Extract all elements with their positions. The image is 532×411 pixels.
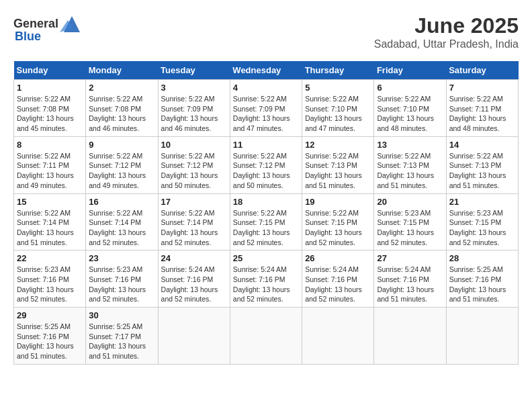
empty-cell <box>446 308 518 365</box>
day-number: 16 <box>89 197 154 207</box>
day-detail: Sunrise: 5:22 AMSunset: 7:11 PMDaylight:… <box>17 152 74 189</box>
empty-cell <box>158 308 230 365</box>
day-number: 14 <box>449 140 515 150</box>
day-number: 7 <box>449 83 515 93</box>
day-cell: 6 Sunrise: 5:22 AMSunset: 7:10 PMDayligh… <box>374 80 446 137</box>
calendar-subtitle: Sadabad, Uttar Pradesh, India <box>374 38 519 50</box>
calendar-row: 15 Sunrise: 5:22 AMSunset: 7:14 PMDaylig… <box>14 193 519 250</box>
day-cell: 22 Sunrise: 5:23 AMSunset: 7:16 PMDaylig… <box>14 250 86 308</box>
day-cell: 2 Sunrise: 5:22 AMSunset: 7:08 PMDayligh… <box>86 80 158 137</box>
day-detail: Sunrise: 5:23 AMSunset: 7:16 PMDaylight:… <box>17 265 74 303</box>
day-cell: 1 Sunrise: 5:22 AMSunset: 7:08 PMDayligh… <box>14 80 86 137</box>
calendar-table: Sunday Monday Tuesday Wednesday Thursday… <box>13 61 519 365</box>
day-cell: 23 Sunrise: 5:23 AMSunset: 7:16 PMDaylig… <box>86 250 158 308</box>
day-number: 20 <box>377 197 443 207</box>
day-detail: Sunrise: 5:25 AMSunset: 7:17 PMDaylight:… <box>89 322 146 360</box>
day-number: 15 <box>17 197 83 207</box>
day-cell: 11 Sunrise: 5:22 AMSunset: 7:12 PMDaylig… <box>230 136 302 193</box>
day-detail: Sunrise: 5:22 AMSunset: 7:15 PMDaylight:… <box>233 209 290 246</box>
day-detail: Sunrise: 5:23 AMSunset: 7:15 PMDaylight:… <box>449 209 506 246</box>
day-detail: Sunrise: 5:24 AMSunset: 7:16 PMDaylight:… <box>377 265 434 303</box>
day-detail: Sunrise: 5:25 AMSunset: 7:16 PMDaylight:… <box>17 322 74 360</box>
day-number: 24 <box>161 253 227 263</box>
day-cell: 25 Sunrise: 5:24 AMSunset: 7:16 PMDaylig… <box>230 250 302 308</box>
day-number: 8 <box>17 140 83 150</box>
day-detail: Sunrise: 5:22 AMSunset: 7:12 PMDaylight:… <box>161 152 218 189</box>
day-number: 23 <box>89 253 154 263</box>
day-detail: Sunrise: 5:22 AMSunset: 7:08 PMDaylight:… <box>17 95 74 132</box>
col-wednesday: Wednesday <box>230 61 302 80</box>
logo-general-text: General <box>13 17 58 31</box>
calendar-title: June 2025 <box>374 13 519 38</box>
day-number: 27 <box>377 253 443 263</box>
col-monday: Monday <box>86 61 158 80</box>
day-detail: Sunrise: 5:22 AMSunset: 7:12 PMDaylight:… <box>89 152 146 189</box>
calendar-row: 1 Sunrise: 5:22 AMSunset: 7:08 PMDayligh… <box>14 80 519 137</box>
day-detail: Sunrise: 5:22 AMSunset: 7:14 PMDaylight:… <box>89 209 146 246</box>
day-detail: Sunrise: 5:22 AMSunset: 7:10 PMDaylight:… <box>377 95 434 132</box>
empty-cell <box>230 308 302 365</box>
day-number: 21 <box>449 197 515 207</box>
day-cell: 24 Sunrise: 5:24 AMSunset: 7:16 PMDaylig… <box>158 250 230 308</box>
empty-cell <box>302 308 374 365</box>
day-cell: 8 Sunrise: 5:22 AMSunset: 7:11 PMDayligh… <box>14 136 86 193</box>
logo-icon <box>60 13 84 34</box>
calendar-row: 22 Sunrise: 5:23 AMSunset: 7:16 PMDaylig… <box>14 250 519 308</box>
day-cell: 5 Sunrise: 5:22 AMSunset: 7:10 PMDayligh… <box>302 80 374 137</box>
day-cell: 28 Sunrise: 5:25 AMSunset: 7:16 PMDaylig… <box>446 250 518 308</box>
day-detail: Sunrise: 5:22 AMSunset: 7:11 PMDaylight:… <box>449 95 506 132</box>
day-detail: Sunrise: 5:23 AMSunset: 7:16 PMDaylight:… <box>89 265 146 303</box>
day-detail: Sunrise: 5:22 AMSunset: 7:13 PMDaylight:… <box>305 152 362 189</box>
day-detail: Sunrise: 5:24 AMSunset: 7:16 PMDaylight:… <box>305 265 362 303</box>
day-number: 30 <box>89 310 154 320</box>
day-detail: Sunrise: 5:22 AMSunset: 7:08 PMDaylight:… <box>89 95 146 132</box>
day-cell: 10 Sunrise: 5:22 AMSunset: 7:12 PMDaylig… <box>158 136 230 193</box>
day-cell: 21 Sunrise: 5:23 AMSunset: 7:15 PMDaylig… <box>446 193 518 250</box>
day-cell: 12 Sunrise: 5:22 AMSunset: 7:13 PMDaylig… <box>302 136 374 193</box>
day-cell: 29 Sunrise: 5:25 AMSunset: 7:16 PMDaylig… <box>14 308 86 365</box>
col-tuesday: Tuesday <box>158 61 230 80</box>
day-detail: Sunrise: 5:22 AMSunset: 7:13 PMDaylight:… <box>449 152 506 189</box>
day-detail: Sunrise: 5:22 AMSunset: 7:09 PMDaylight:… <box>161 95 218 132</box>
day-detail: Sunrise: 5:22 AMSunset: 7:12 PMDaylight:… <box>233 152 290 189</box>
day-number: 12 <box>305 140 371 150</box>
day-number: 17 <box>161 197 227 207</box>
day-number: 10 <box>161 140 227 150</box>
day-number: 2 <box>89 83 154 93</box>
day-number: 22 <box>17 253 83 263</box>
day-number: 26 <box>305 253 371 263</box>
day-number: 5 <box>305 83 371 93</box>
day-number: 18 <box>233 197 299 207</box>
col-saturday: Saturday <box>446 61 518 80</box>
day-number: 4 <box>233 83 299 93</box>
day-detail: Sunrise: 5:22 AMSunset: 7:14 PMDaylight:… <box>17 209 74 246</box>
day-cell: 19 Sunrise: 5:22 AMSunset: 7:15 PMDaylig… <box>302 193 374 250</box>
day-number: 25 <box>233 253 299 263</box>
header-row: Sunday Monday Tuesday Wednesday Thursday… <box>14 61 519 80</box>
day-number: 28 <box>449 253 515 263</box>
day-number: 11 <box>233 140 299 150</box>
logo: General Blue <box>13 13 84 44</box>
empty-cell <box>374 308 446 365</box>
day-cell: 26 Sunrise: 5:24 AMSunset: 7:16 PMDaylig… <box>302 250 374 308</box>
day-detail: Sunrise: 5:22 AMSunset: 7:09 PMDaylight:… <box>233 95 290 132</box>
col-friday: Friday <box>374 61 446 80</box>
col-sunday: Sunday <box>14 61 86 80</box>
day-number: 1 <box>17 83 83 93</box>
day-number: 9 <box>89 140 154 150</box>
day-detail: Sunrise: 5:22 AMSunset: 7:10 PMDaylight:… <box>305 95 362 132</box>
day-detail: Sunrise: 5:23 AMSunset: 7:15 PMDaylight:… <box>377 209 434 246</box>
calendar-row: 29 Sunrise: 5:25 AMSunset: 7:16 PMDaylig… <box>14 308 519 365</box>
logo-blue-text: Blue <box>15 30 41 44</box>
day-detail: Sunrise: 5:25 AMSunset: 7:16 PMDaylight:… <box>449 265 506 303</box>
page-header: General Blue June 2025 Sadabad, Uttar Pr… <box>13 13 519 50</box>
day-cell: 9 Sunrise: 5:22 AMSunset: 7:12 PMDayligh… <box>86 136 158 193</box>
day-number: 6 <box>377 83 443 93</box>
day-cell: 20 Sunrise: 5:23 AMSunset: 7:15 PMDaylig… <box>374 193 446 250</box>
day-cell: 7 Sunrise: 5:22 AMSunset: 7:11 PMDayligh… <box>446 80 518 137</box>
day-detail: Sunrise: 5:22 AMSunset: 7:14 PMDaylight:… <box>161 209 218 246</box>
day-cell: 16 Sunrise: 5:22 AMSunset: 7:14 PMDaylig… <box>86 193 158 250</box>
day-detail: Sunrise: 5:24 AMSunset: 7:16 PMDaylight:… <box>233 265 290 303</box>
day-cell: 15 Sunrise: 5:22 AMSunset: 7:14 PMDaylig… <box>14 193 86 250</box>
day-cell: 3 Sunrise: 5:22 AMSunset: 7:09 PMDayligh… <box>158 80 230 137</box>
